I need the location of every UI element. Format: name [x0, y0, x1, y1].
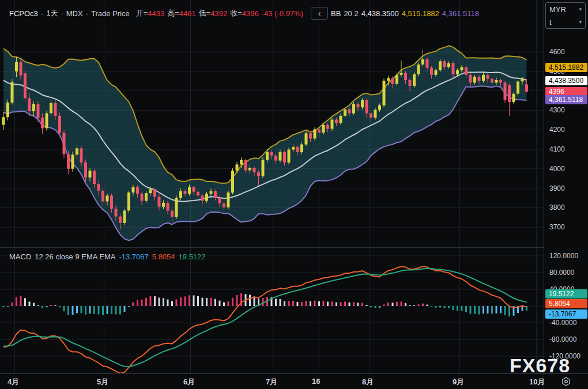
close-label: 收=: [230, 8, 242, 18]
price-tick-label: 4300: [549, 106, 565, 114]
open-label: 开=: [136, 8, 148, 18]
settings-hexagon-icon: [561, 376, 571, 387]
time-axis-label: 6月: [183, 377, 195, 387]
bb-upper-value: 4,515.1882: [402, 9, 439, 18]
macd-tick-label: 120.0000: [549, 252, 578, 260]
time-axis-label: 9月: [453, 377, 464, 387]
price-tick-label: 3800: [549, 203, 565, 212]
macd-indicator-name[interactable]: MACD: [9, 252, 31, 261]
exchange-label: MDX: [66, 9, 83, 18]
bb-params: 20 2: [344, 9, 358, 18]
separator-dot: ·: [61, 9, 63, 18]
time-axis-label: 10月: [529, 377, 545, 387]
macd-tick-label: -80.0000: [549, 335, 576, 343]
low-label: 低=: [199, 8, 211, 18]
time-axis-label: 4月: [7, 377, 19, 387]
open-value: 4433: [148, 9, 164, 18]
chevron-down-icon: ▾: [579, 6, 582, 12]
price-type-label: Trade Price: [91, 9, 130, 18]
high-label: 高=: [167, 8, 179, 18]
price-tick-label: 4000: [549, 165, 565, 173]
time-axis-label: 7月: [266, 377, 277, 387]
macd-badge: -13.7067: [545, 309, 587, 319]
low-value: 4392: [210, 9, 227, 18]
macd-badge: 19.5122: [545, 289, 587, 299]
symbol-header: FCPOc3 · 1天 · MDX · Trade Price 开= 4433 …: [9, 7, 482, 20]
macd-header: MACD 12 26 close 9 EMA EMA -13.7067 5.80…: [9, 251, 209, 262]
price-tick-label: 3700: [549, 223, 565, 231]
fx678-watermark: FX678: [510, 354, 570, 377]
collapse-indicators-button[interactable]: ‹: [311, 7, 328, 20]
chevron-down-icon: ▾: [579, 19, 582, 25]
price-scale[interactable]: 4600450044004300420041004000390038003700…: [544, 0, 588, 373]
price-badge: 4,361.5118: [545, 95, 587, 104]
chart-app: FCPOc3 · 1天 · MDX · Trade Price 开= 4433 …: [0, 0, 588, 389]
price-tick-label: 4200: [549, 126, 565, 134]
time-axis-label: 16: [312, 377, 320, 386]
bb-lower-value: 4,361.5118: [442, 9, 479, 18]
bb-indicator-name[interactable]: BB: [331, 9, 341, 18]
time-axis-label: 5月: [97, 377, 108, 387]
bb-basis-value: 4,438.3500: [361, 9, 399, 18]
separator-dot: ·: [41, 9, 43, 18]
unit-value: t: [549, 18, 552, 27]
price-badge: 4,515.1882: [545, 63, 587, 72]
time-axis[interactable]: 4月5月6月7月168月9月10月: [0, 373, 544, 389]
change-value: -43 (-0.97%): [262, 9, 303, 18]
macd-tick-label: -40.0000: [549, 319, 576, 327]
macd-line-value: 5.8054: [152, 252, 175, 261]
interval-label[interactable]: 1天: [46, 8, 58, 18]
chart-canvas[interactable]: [0, 0, 544, 373]
high-value: 4461: [179, 9, 196, 18]
macd-badge: 5.8054: [545, 299, 587, 308]
price-badge: 4,438.3500: [545, 76, 587, 85]
symbol-name[interactable]: FCPOc3: [9, 9, 38, 18]
separator-dot: ·: [86, 9, 88, 18]
close-value: 4396: [242, 9, 259, 18]
macd-signal-value: 19.5122: [179, 252, 206, 261]
scale-settings-box: MYR ▾ t ▾: [545, 2, 586, 29]
unit-dropdown[interactable]: t ▾: [546, 16, 585, 28]
time-axis-label: 8月: [362, 377, 374, 387]
price-tick-label: 3900: [549, 184, 565, 192]
macd-params: 12 26 close 9 EMA EMA: [35, 252, 115, 261]
price-tick-label: 4600: [549, 48, 565, 56]
price-tick-label: 4100: [549, 145, 565, 153]
macd-tick-label: 80.0000: [549, 269, 574, 277]
currency-dropdown[interactable]: MYR ▾: [546, 3, 585, 16]
macd-hist-value: -13.7067: [119, 252, 148, 261]
chevron-left-icon: ‹: [318, 9, 321, 18]
currency-value: MYR: [549, 5, 566, 14]
